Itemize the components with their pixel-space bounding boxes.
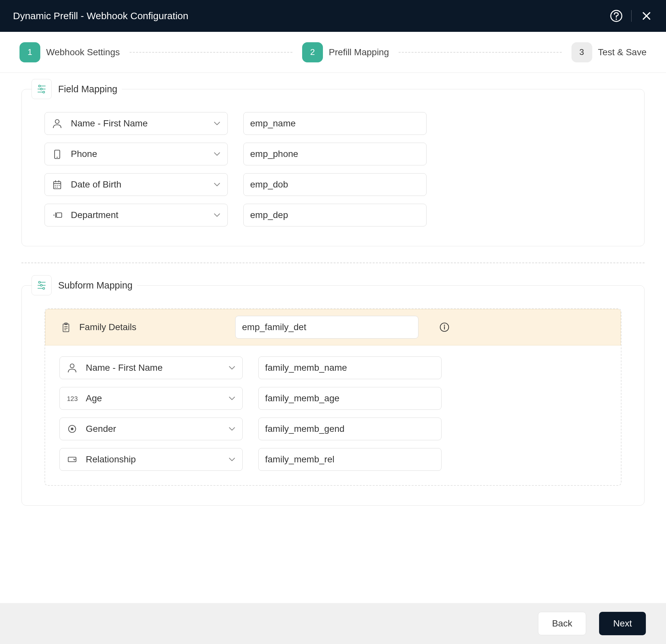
field-label: Name - First Name	[71, 118, 205, 129]
step-webhook-settings[interactable]: 1 Webhook Settings	[19, 42, 120, 63]
mapping-row: Gender	[59, 418, 607, 440]
step-label: Prefill Mapping	[329, 47, 389, 57]
step-label: Test & Save	[598, 47, 647, 57]
field-select-department[interactable]: Department	[45, 204, 228, 226]
mapping-row: Name - First Name	[45, 112, 621, 135]
field-label: Name - First Name	[86, 363, 220, 373]
number-icon	[66, 393, 78, 404]
subform-name: Family Details	[79, 322, 137, 332]
section-title: Field Mapping	[58, 84, 117, 94]
field-value-input[interactable]	[243, 173, 426, 196]
section-divider	[21, 263, 645, 263]
mapping-row: Name - First Name	[59, 356, 607, 379]
chevron-down-icon	[228, 455, 236, 463]
field-value-input[interactable]	[258, 356, 441, 379]
chevron-down-icon	[213, 211, 221, 219]
subform-body: Name - First Name Age	[45, 345, 621, 485]
mapping-icon	[32, 275, 52, 295]
field-select-name[interactable]: Name - First Name	[45, 112, 228, 135]
field-select-phone[interactable]: Phone	[45, 143, 228, 166]
mapping-row: Department	[45, 204, 621, 226]
stepper: 1 Webhook Settings 2 Prefill Mapping 3 T…	[0, 32, 666, 73]
info-icon[interactable]	[439, 322, 450, 332]
mapping-row: Date of Birth	[45, 173, 621, 196]
field-label: Department	[71, 210, 205, 220]
subform-field-select-relationship[interactable]: Relationship	[59, 448, 243, 471]
step-label: Webhook Settings	[46, 47, 120, 57]
field-value-input[interactable]	[243, 204, 426, 226]
mapping-row: Age	[59, 387, 607, 410]
footer: Back Next	[0, 603, 666, 644]
subform-field-select-age[interactable]: Age	[59, 387, 243, 410]
chevron-down-icon	[228, 425, 236, 433]
field-label: Date of Birth	[71, 179, 205, 190]
subform-header: Family Details	[45, 309, 621, 345]
back-button[interactable]: Back	[538, 612, 586, 635]
field-value-input[interactable]	[243, 112, 426, 135]
subform-label: Family Details	[60, 321, 227, 333]
subform-mapping-section: Subform Mapping Family Details Name - Fi…	[21, 285, 645, 506]
subform-field-select-name[interactable]: Name - First Name	[59, 356, 243, 379]
field-value-input[interactable]	[258, 387, 441, 410]
field-mapping-section: Field Mapping Name - First Name Phone Da…	[21, 89, 645, 246]
person-icon	[66, 362, 78, 374]
person-icon	[51, 118, 63, 129]
close-icon[interactable]	[640, 10, 653, 22]
dropdown-icon	[66, 454, 78, 465]
field-label: Age	[86, 393, 220, 403]
help-icon[interactable]	[610, 10, 623, 22]
field-label: Relationship	[86, 454, 220, 465]
section-header: Field Mapping	[32, 79, 122, 99]
header-divider	[631, 10, 632, 22]
step-badge: 2	[302, 42, 323, 63]
phone-icon	[51, 148, 63, 160]
chevron-down-icon	[213, 120, 221, 127]
field-select-dob[interactable]: Date of Birth	[45, 173, 228, 196]
chevron-down-icon	[228, 395, 236, 402]
subform-wrap: Family Details Name - First Name	[45, 308, 621, 486]
section-header: Subform Mapping	[32, 275, 137, 295]
field-value-input[interactable]	[243, 143, 426, 166]
next-button[interactable]: Next	[599, 612, 646, 635]
subform-value-input[interactable]	[235, 316, 418, 338]
radio-icon	[66, 423, 78, 435]
step-connector	[129, 52, 292, 53]
header: Dynamic Prefill - Webhook Configuration	[0, 0, 666, 32]
chevron-down-icon	[228, 364, 236, 372]
chevron-down-icon	[213, 181, 221, 189]
mapping-icon	[32, 79, 52, 99]
main: Field Mapping Name - First Name Phone Da…	[0, 73, 666, 603]
section-title: Subform Mapping	[58, 280, 133, 291]
page-title: Dynamic Prefill - Webhook Configuration	[13, 11, 610, 21]
step-badge: 3	[572, 42, 592, 63]
calendar-icon	[51, 179, 63, 190]
step-test-save[interactable]: 3 Test & Save	[572, 42, 647, 63]
field-label: Gender	[86, 424, 220, 434]
subform-field-select-gender[interactable]: Gender	[59, 418, 243, 440]
chevron-down-icon	[213, 150, 221, 158]
field-value-input[interactable]	[258, 418, 441, 440]
clipboard-icon	[60, 321, 71, 333]
text-icon	[51, 209, 63, 221]
mapping-row: Relationship	[59, 448, 607, 471]
step-connector	[399, 52, 561, 53]
field-value-input[interactable]	[258, 448, 441, 471]
step-prefill-mapping[interactable]: 2 Prefill Mapping	[302, 42, 389, 63]
mapping-row: Phone	[45, 143, 621, 166]
field-label: Phone	[71, 149, 205, 159]
header-actions	[610, 10, 653, 22]
step-badge: 1	[19, 42, 40, 63]
